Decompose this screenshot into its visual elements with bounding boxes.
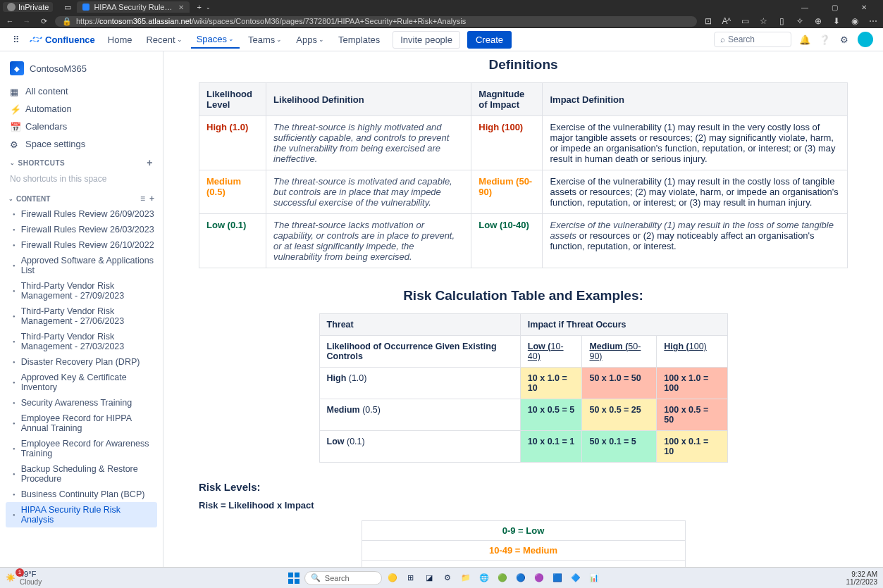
explorer-icon[interactable]: 📁 (458, 570, 474, 586)
search-input[interactable]: ⌕ Search (714, 32, 791, 47)
bullet-icon: ● (13, 472, 16, 476)
table-header: Likelihood Definition (266, 83, 471, 116)
calc-row-header: Likelihood of Occurrence Given Existing … (319, 336, 520, 368)
lock-icon: 🔒 (62, 17, 72, 26)
create-button[interactable]: Create (467, 31, 512, 49)
page-tree-item[interactable]: ●Approved Software & Applications List (6, 253, 157, 278)
task-view-icon[interactable]: ⊞ (403, 570, 419, 586)
system-tray[interactable]: 9:32 AM 11/2/2023 (846, 570, 878, 586)
bullet-icon: ● (13, 263, 16, 268)
favorite-icon[interactable]: ☆ (758, 16, 769, 26)
forward-button[interactable]: → (21, 17, 32, 25)
svg-rect-3 (295, 579, 300, 584)
nav-home[interactable]: Home (102, 32, 138, 48)
sort-icon[interactable]: ≡ (140, 194, 145, 204)
page-tree-item[interactable]: ●Employee Record for Awareness Training (6, 436, 157, 461)
back-button[interactable]: ← (4, 17, 16, 25)
tree-item-label: Backup Scheduling & Restore Procedure (21, 464, 154, 484)
close-tab-icon[interactable]: ✕ (178, 4, 184, 11)
start-button[interactable] (286, 570, 302, 586)
confluence-logo[interactable]: Confluence (30, 33, 95, 46)
page-tree-item[interactable]: ●Third-Party Vendor Risk Management - 27… (6, 304, 157, 329)
tree-item-label: Employee Record for HIPPA Annual Trainin… (21, 413, 154, 433)
sidebar-space-settings[interactable]: ⚙Space settings (6, 135, 157, 153)
inprivate-badge[interactable]: InPrivate (3, 2, 53, 12)
windows-taskbar: 1 ☀️ 49°F Cloudy Search 🟡 ⊞ ◪ ⚙ 📁 🌐 🟢 🔵 … (0, 567, 883, 588)
refresh-button[interactable]: ⟳ (38, 17, 49, 26)
page-tree-item[interactable]: ●Employee Record for HIPPA Annual Traini… (6, 411, 157, 436)
page-tree-item[interactable]: ●Business Continuity Plan (BCP) (6, 487, 157, 502)
add-page-icon[interactable]: + (149, 194, 154, 204)
page-tree-item[interactable]: ●Security Awareness Training (6, 395, 157, 411)
content-section[interactable]: ⌄ CONTENT ≡+ (6, 191, 157, 206)
settings-icon[interactable]: ⚙ (838, 33, 851, 46)
nav-teams[interactable]: Teams⌄ (242, 32, 288, 48)
maximize-button[interactable]: ▢ (824, 4, 845, 11)
taskbar-search-label: Search (325, 574, 350, 582)
translate-icon[interactable]: ▭ (739, 16, 751, 26)
weather-icon[interactable]: ☀️ (6, 573, 16, 582)
profile-icon[interactable]: ◉ (849, 16, 860, 26)
primary-nav: HomeRecent⌄Spaces⌄Teams⌄Apps⌄Templates (102, 31, 385, 49)
svg-rect-0 (288, 573, 293, 577)
page-tree-item[interactable]: ●Third-Party Vendor Risk Management - 27… (6, 278, 157, 304)
app-icon[interactable]: 📊 (586, 570, 602, 586)
bullet-icon: ● (13, 227, 16, 232)
browser-tab[interactable]: HIPAA Security Rule Risk Analysis ✕ (77, 1, 190, 13)
word-icon[interactable]: 🔷 (568, 570, 583, 586)
split-icon[interactable]: ▯ (776, 16, 787, 26)
page-tree-item[interactable]: ●Firewall Rules Review 26/03/2023 (6, 222, 157, 237)
chrome-icon[interactable]: 🟢 (495, 570, 510, 586)
calc-heading: Risk Calculation Table and Examples: (199, 288, 848, 304)
table-header: Likelihood Level (199, 83, 266, 116)
notifications-icon[interactable]: 🔔 (798, 33, 811, 46)
page-tree-item[interactable]: ●Firewall Rules Review 26/10/2022 (6, 237, 157, 253)
teams-icon[interactable]: 🟣 (531, 570, 547, 586)
downloads-icon[interactable]: ⬇ (831, 16, 842, 26)
minimize-button[interactable]: — (794, 4, 815, 11)
bullet-icon: ● (13, 212, 16, 216)
extensions-icon[interactable]: ✧ (794, 16, 805, 26)
sidebar-calendars[interactable]: 📅Calendars (6, 118, 157, 135)
page-tree-item[interactable]: ●Third-Party Vendor Risk Management - 27… (6, 329, 157, 354)
app-switcher-icon[interactable]: ⠿ (10, 33, 23, 46)
page-tree-item[interactable]: ●HIPAA Security Rule Risk Analysis (6, 502, 157, 527)
tree-item-label: Third-Party Vendor Risk Management - 27/… (21, 281, 154, 301)
app-icon[interactable]: 🔵 (513, 570, 529, 586)
nav-templates[interactable]: Templates (333, 32, 385, 48)
taskbar-search[interactable]: Search (304, 571, 382, 585)
app-icon[interactable]: ◪ (421, 570, 437, 586)
tab-actions-icon[interactable]: ▭ (64, 3, 71, 12)
notification-badge[interactable]: 1 (16, 568, 24, 577)
page-tree-item[interactable]: ●Approved Key & Certificate Inventory (6, 370, 157, 395)
new-tab-button[interactable]: + (192, 3, 205, 11)
url-input[interactable]: 🔒 https://contosom365.atlassian.net/wiki… (55, 16, 697, 27)
space-header[interactable]: ◆ ContosoM365 (6, 58, 157, 78)
collections-icon[interactable]: ⊕ (813, 16, 824, 26)
page-tree-item[interactable]: ●Disaster Recovery Plan (DRP) (6, 354, 157, 370)
nav-spaces[interactable]: Spaces⌄ (191, 31, 240, 49)
nav-apps[interactable]: Apps⌄ (290, 32, 330, 48)
risk-formula: Risk = Likelihood x Impact (199, 500, 848, 511)
edge-icon[interactable]: 🌐 (476, 570, 492, 586)
nav-recent[interactable]: Recent⌄ (140, 32, 187, 48)
clock-date: 11/2/2023 (846, 578, 878, 586)
text-size-icon[interactable]: Aᴬ (721, 16, 732, 26)
app-icon[interactable]: 🟦 (550, 570, 565, 586)
add-shortcut-icon[interactable]: + (147, 157, 153, 168)
tab-chevron-icon[interactable]: ⌄ (206, 4, 211, 11)
more-icon[interactable]: ⋯ (867, 16, 879, 26)
sidebar-automation[interactable]: ⚡Automation (6, 100, 157, 118)
copilot-icon[interactable]: 🟡 (385, 570, 400, 586)
help-icon[interactable]: ❔ (818, 33, 831, 46)
close-window-button[interactable]: ✕ (853, 4, 875, 11)
user-avatar[interactable] (858, 32, 873, 47)
app-icon[interactable]: ⚙ (440, 570, 455, 586)
page-tree-item[interactable]: ●Firewall Rules Review 26/09/2023 (6, 206, 157, 222)
shortcuts-section[interactable]: ⌄ SHORTCUTS + (6, 153, 157, 173)
sidebar-all-content[interactable]: ▦All content (6, 82, 157, 100)
invite-button[interactable]: Invite people (393, 31, 460, 49)
confluence-icon (30, 33, 42, 46)
page-tree-item[interactable]: ●Backup Scheduling & Restore Procedure (6, 461, 157, 487)
read-aloud-icon[interactable]: ⊡ (703, 16, 714, 26)
